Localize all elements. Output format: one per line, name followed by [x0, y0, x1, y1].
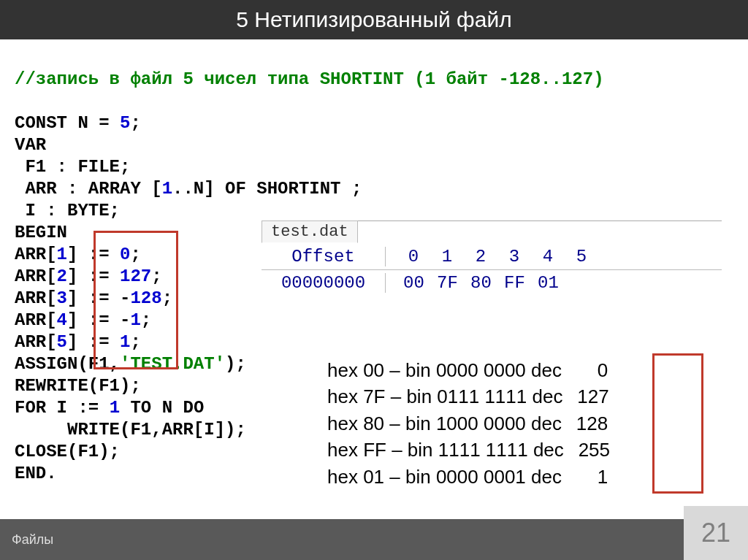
hex-col-headers: 012345 [386, 247, 592, 266]
conv-row: hex 7F – bin 0111 1111 dec 127 [327, 383, 610, 410]
conv-row: hex 01 – bin 0000 0001 dec 1 [327, 464, 610, 490]
conversion-table: hex 00 – bin 0000 0000 dec 0 hex 7F – bi… [327, 357, 610, 490]
page-number: 21 [684, 506, 748, 560]
slide-content: //запись в файл 5 чисел типа SHORTINT (1… [0, 39, 748, 519]
slide-title: 5 Нетипизированный файл [0, 0, 748, 39]
highlight-box-dec [652, 353, 703, 494]
conv-row: hex 00 – bin 0000 0000 dec 0 [327, 357, 610, 383]
conv-row: hex FF – bin 1111 1111 dec 255 [327, 437, 610, 463]
hex-viewer: test.dat Offset 012345 00000000 007F80FF… [262, 220, 722, 296]
hex-offset-header: Offset [262, 247, 386, 266]
hex-filename-tab: test.dat [262, 220, 358, 243]
hex-bytes: 007F80FF01 [386, 273, 558, 293]
footer-bar: Файлы [0, 519, 748, 560]
highlight-box-values [94, 231, 178, 369]
footer-label: Файлы [12, 532, 53, 548]
conv-row: hex 80 – bin 1000 0000 dec 128 [327, 410, 610, 437]
hex-address: 00000000 [262, 273, 386, 293]
